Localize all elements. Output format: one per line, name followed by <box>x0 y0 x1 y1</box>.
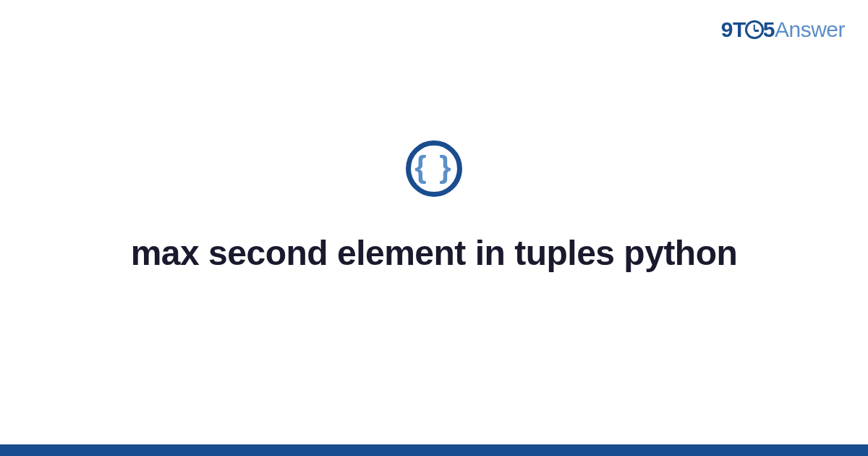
code-braces-icon: { } <box>406 140 462 197</box>
topic-icon-wrapper: { } <box>406 140 462 197</box>
main-content: { } max second element in tuples python <box>0 0 868 444</box>
question-title: max second element in tuples python <box>131 232 738 275</box>
footer-bar <box>0 444 868 456</box>
braces-glyph: { } <box>414 152 453 182</box>
